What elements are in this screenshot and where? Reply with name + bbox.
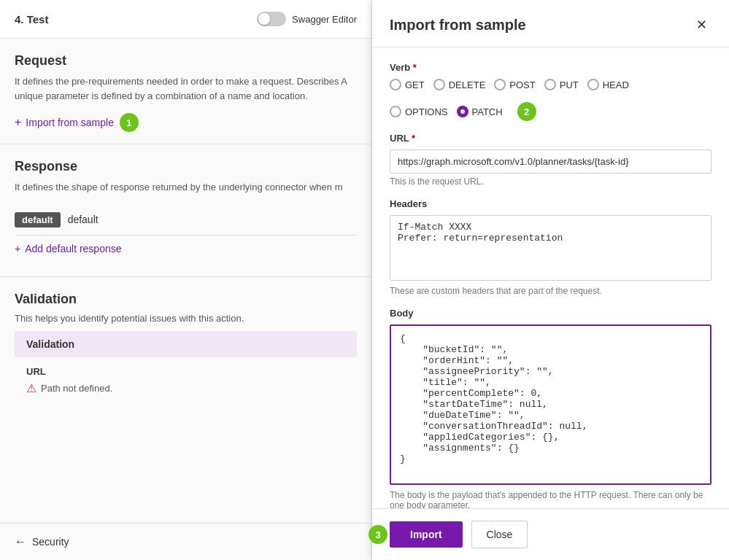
- verb-label-text: Verb: [390, 62, 410, 73]
- verb-label: Verb *: [390, 62, 711, 73]
- url-hint: This is the request URL.: [390, 176, 711, 187]
- badge-1: 1: [120, 113, 139, 132]
- default-text: default: [68, 214, 99, 225]
- add-plus-icon: +: [15, 243, 20, 254]
- import-link-text: Import from sample: [26, 117, 114, 128]
- body-textarea[interactable]: { "bucketId": "", "orderHint": "", "assi…: [390, 324, 711, 485]
- radio-get-input[interactable]: [390, 79, 401, 90]
- plus-icon: +: [15, 116, 21, 129]
- default-row: default default: [15, 205, 357, 236]
- default-badge: default: [15, 212, 61, 228]
- verb-options-row-2: OPTIONS PATCH 2: [390, 102, 711, 121]
- radio-delete-label: DELETE: [449, 79, 486, 90]
- panel-title: Import from sample: [390, 17, 526, 34]
- radio-post-label: POST: [509, 79, 535, 90]
- radio-options-label: OPTIONS: [405, 106, 448, 117]
- error-icon: ⚠: [26, 381, 36, 395]
- url-validation: URL ⚠ Path not defined.: [15, 357, 357, 404]
- close-footer-button[interactable]: Close: [471, 521, 528, 548]
- test-title: 4. Test: [15, 13, 48, 26]
- request-desc: It defines the pre-requirements needed i…: [15, 74, 357, 103]
- headers-hint: These are custom headers that are part o…: [390, 286, 711, 296]
- security-nav[interactable]: ← Security: [0, 523, 371, 560]
- radio-patch-input[interactable]: [457, 106, 468, 117]
- url-error-text: Path not defined.: [41, 383, 112, 394]
- validation-section: Validation This helps you identify poten…: [0, 277, 371, 419]
- headers-textarea[interactable]: If-Match XXXX Prefer: return=representat…: [390, 215, 711, 281]
- radio-post-input[interactable]: [494, 79, 506, 90]
- radio-put[interactable]: PUT: [544, 79, 579, 90]
- swagger-toggle-wrapper: Swagger Editor: [257, 12, 357, 26]
- radio-options[interactable]: OPTIONS: [390, 102, 448, 121]
- radio-delete-input[interactable]: [433, 79, 445, 90]
- radio-head-input[interactable]: [587, 79, 599, 90]
- request-title: Request: [15, 53, 357, 69]
- radio-patch[interactable]: PATCH: [457, 102, 503, 121]
- radio-patch-label: PATCH: [472, 106, 503, 117]
- import-from-sample-link[interactable]: + Import from sample: [15, 116, 114, 129]
- toggle-knob: [258, 13, 270, 25]
- radio-put-label: PUT: [560, 79, 579, 90]
- swagger-toggle-label: Swagger Editor: [292, 14, 357, 25]
- validation-title: Validation: [15, 292, 357, 307]
- request-section: Request It defines the pre-requirements …: [0, 39, 371, 144]
- verb-required-star: *: [413, 62, 417, 73]
- url-input[interactable]: [390, 149, 711, 174]
- radio-put-input[interactable]: [544, 79, 556, 90]
- url-label-text: URL: [390, 133, 409, 144]
- url-required-star: *: [412, 133, 415, 144]
- left-panel: 4. Test Swagger Editor Request It define…: [0, 0, 372, 560]
- validation-desc: This helps you identify potential issues…: [15, 313, 357, 324]
- badge-2: 2: [517, 102, 536, 121]
- import-button[interactable]: Import: [390, 521, 463, 548]
- add-response-text: Add default response: [25, 243, 121, 254]
- add-default-response-link[interactable]: + Add default response: [15, 236, 122, 262]
- verb-options-row: GET DELETE POST PUT HEAD: [390, 79, 711, 90]
- url-error-row: ⚠ Path not defined.: [26, 381, 345, 395]
- close-panel-button[interactable]: ✕: [691, 15, 711, 35]
- radio-post[interactable]: POST: [494, 79, 535, 90]
- radio-get-label: GET: [405, 79, 425, 90]
- panel-header: Import from sample ✕: [372, 0, 729, 47]
- swagger-toggle[interactable]: [257, 12, 286, 26]
- headers-label: Headers: [390, 198, 711, 209]
- top-bar: 4. Test Swagger Editor: [0, 0, 371, 39]
- right-panel: Import from sample ✕ Verb * GET DELETE P…: [372, 0, 729, 560]
- url-validation-label: URL: [26, 366, 345, 377]
- body-label: Body: [390, 308, 711, 319]
- url-field-label: URL *: [390, 133, 711, 144]
- response-title: Response: [15, 159, 357, 174]
- radio-head[interactable]: HEAD: [587, 79, 629, 90]
- radio-options-input[interactable]: [390, 106, 401, 117]
- radio-delete[interactable]: DELETE: [433, 79, 486, 90]
- badge-3: 3: [369, 525, 387, 544]
- validation-row: Validation: [15, 331, 357, 357]
- panel-footer: 3 Import Close: [372, 508, 729, 560]
- radio-head-label: HEAD: [603, 79, 629, 90]
- response-section: Response It defines the shape of respons…: [0, 144, 371, 276]
- security-label: Security: [32, 536, 69, 548]
- radio-get[interactable]: GET: [390, 79, 425, 90]
- panel-body: Verb * GET DELETE POST PUT HEAD: [372, 47, 729, 508]
- response-desc: It defines the shape of response returne…: [15, 180, 357, 195]
- back-arrow-icon: ←: [15, 535, 26, 548]
- body-hint: The body is the payload that's appended …: [390, 490, 711, 508]
